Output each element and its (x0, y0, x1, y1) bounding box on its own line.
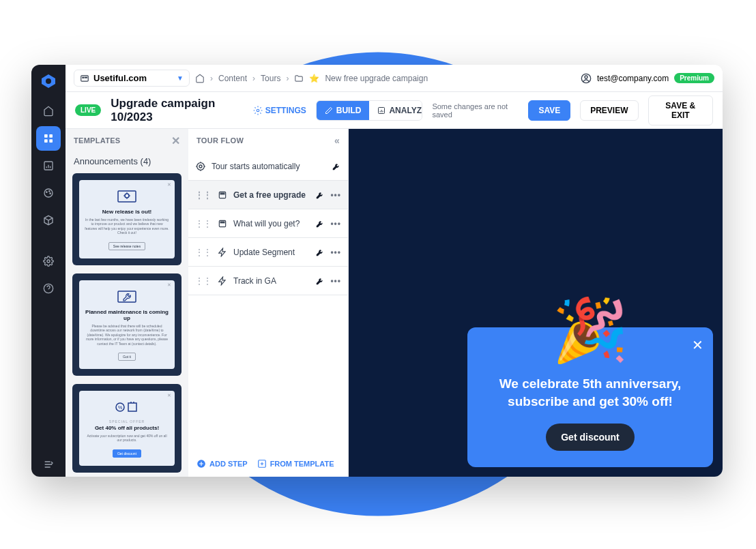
svg-rect-22 (118, 291, 136, 302)
site-selector[interactable]: Usetiful.com ▼ (74, 70, 190, 87)
svg-point-9 (49, 191, 50, 192)
close-icon[interactable]: ✕ (171, 134, 180, 147)
sidebar-item-collapse[interactable] (36, 452, 61, 477)
wrench-icon[interactable] (332, 162, 341, 171)
collapse-icon[interactable]: « (334, 135, 340, 146)
plus-icon (197, 459, 206, 469)
flow-start-item[interactable]: Tour starts automatically (188, 152, 348, 181)
party-icon: 🎉 (552, 295, 628, 366)
svg-rect-13 (81, 75, 89, 80)
drag-handle[interactable]: ⋮⋮ (195, 219, 212, 228)
topbar: Usetiful.com ▼ › Content › Tours › ⭐ New… (66, 65, 723, 92)
save-exit-button[interactable]: SAVE & EXIT (648, 95, 713, 125)
site-name: Usetiful.com (93, 73, 147, 83)
svg-rect-25 (128, 403, 136, 411)
svg-rect-15 (85, 77, 87, 78)
svg-point-11 (47, 260, 50, 263)
user-icon (581, 73, 592, 84)
promo-card: ✕ 🎉 We celebrate 5th anniversary, subscr… (467, 327, 713, 467)
svg-rect-2 (44, 134, 48, 138)
flow-step-item[interactable]: ⋮⋮Update Segment••• (188, 238, 348, 267)
sidebar-item-home[interactable] (36, 99, 61, 123)
preview-area: ✕ 🎉 We celebrate 5th anniversary, subscr… (349, 129, 723, 477)
breadcrumb-tours[interactable]: Tours (261, 74, 280, 83)
gear-icon (195, 161, 206, 172)
pencil-icon (325, 106, 333, 115)
close-icon[interactable]: ✕ (692, 337, 703, 353)
svg-rect-3 (49, 134, 53, 138)
svg-text:%: % (118, 405, 122, 410)
svg-point-1 (46, 78, 51, 84)
sidebar-item-grid[interactable] (36, 126, 61, 151)
template-plus-icon (257, 459, 267, 469)
svg-point-26 (199, 165, 202, 168)
app-window: Usetiful.com ▼ › Content › Tours › ⭐ New… (31, 65, 723, 477)
svg-point-18 (257, 109, 259, 112)
get-discount-button[interactable]: Get discount (546, 424, 635, 451)
flow-step-item[interactable]: ⋮⋮Track in GA••• (188, 267, 348, 295)
flow-header: TOUR FLOW (197, 136, 244, 145)
settings-link[interactable]: SETTINGS (253, 106, 306, 115)
svg-rect-31 (220, 222, 224, 223)
sidebar-item-package[interactable] (36, 208, 61, 233)
breadcrumb-page: New free upgrade campaign (325, 74, 428, 83)
flow-step-item[interactable]: ⋮⋮What will you get?••• (188, 209, 348, 238)
templates-panel: TEMPLATES ✕ Announcements (4) ✕New relea… (66, 129, 188, 477)
preview-button[interactable]: PREVIEW (580, 100, 638, 121)
templates-header: TEMPLATES (74, 136, 121, 145)
svg-point-27 (197, 162, 205, 170)
svg-rect-5 (49, 139, 53, 143)
folder-icon (294, 74, 304, 83)
svg-point-7 (44, 189, 53, 197)
from-template-button[interactable]: FROM TEMPLATE (257, 459, 334, 469)
template-card[interactable]: ✕Planned maintenance is coming upPlease … (72, 273, 181, 376)
tab-build[interactable]: BUILD (317, 101, 370, 120)
sidebar-item-help[interactable] (36, 276, 61, 301)
logo-icon (39, 72, 58, 91)
flow-step-item[interactable]: ⋮⋮Get a free upgrade••• (188, 181, 348, 209)
template-card[interactable]: ✕%SPECIAL OFFERGet 40% off all products!… (72, 384, 181, 473)
save-button[interactable]: SAVE (528, 100, 570, 121)
template-card[interactable]: ✕New release is out!In the last few mont… (72, 173, 181, 265)
breadcrumb-content[interactable]: Content (218, 74, 247, 83)
star-icon: ⭐ (309, 74, 319, 83)
svg-rect-29 (220, 193, 224, 194)
add-step-button[interactable]: ADD STEP (197, 459, 248, 469)
breadcrumb: › Content › Tours › ⭐ New free upgrade c… (195, 74, 428, 83)
drag-handle[interactable]: ⋮⋮ (195, 248, 212, 257)
svg-point-8 (46, 192, 47, 192)
drag-handle[interactable]: ⋮⋮ (195, 276, 212, 286)
mode-tabs: BUILD ANALYZE (316, 100, 423, 121)
bolt-icon (217, 247, 228, 258)
header-row: LIVE Upgrade campaign 10/2023 SETTINGS B… (66, 92, 723, 129)
more-icon[interactable]: ••• (330, 248, 341, 257)
live-badge: LIVE (75, 104, 101, 116)
templates-category: Announcements (4) (72, 152, 181, 173)
sidebar-item-analytics[interactable] (36, 153, 61, 178)
promo-text: We celebrate 5th anniversary, subscribe … (484, 375, 697, 411)
drag-handle[interactable]: ⋮⋮ (195, 190, 212, 200)
more-icon[interactable]: ••• (330, 190, 341, 200)
campaign-title: Upgrade campaign 10/2023 (111, 97, 244, 124)
sidebar (31, 65, 66, 477)
gear-icon (253, 106, 263, 115)
home-icon[interactable] (195, 74, 205, 83)
user-email[interactable]: test@company.com (597, 74, 669, 83)
chart-icon (377, 106, 386, 115)
page-icon (217, 190, 228, 201)
sidebar-item-palette[interactable] (36, 181, 61, 205)
bolt-icon (217, 276, 228, 286)
more-icon[interactable]: ••• (330, 219, 341, 228)
sidebar-item-settings[interactable] (36, 249, 61, 273)
svg-rect-4 (44, 139, 48, 143)
page-icon (217, 218, 228, 229)
more-icon[interactable]: ••• (330, 276, 341, 286)
premium-badge: Premium (674, 73, 714, 83)
main-area: Usetiful.com ▼ › Content › Tours › ⭐ New… (66, 65, 723, 477)
svg-point-14 (83, 76, 84, 78)
unsaved-text: Some changes are not saved (432, 102, 519, 119)
content: TEMPLATES ✕ Announcements (4) ✕New relea… (66, 129, 723, 477)
tab-analyze[interactable]: ANALYZE (369, 101, 422, 120)
svg-point-10 (50, 193, 50, 194)
flow-panel: TOUR FLOW « Tour starts automatically ⋮⋮… (188, 129, 349, 477)
